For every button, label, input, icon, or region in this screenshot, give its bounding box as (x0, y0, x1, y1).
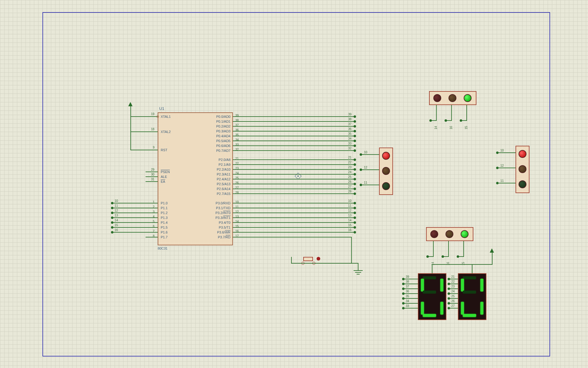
wire (242, 213, 354, 213)
seg-c (440, 302, 443, 315)
terminal[interactable] (111, 212, 113, 214)
wire (242, 208, 354, 208)
pin-label: P2.5/A13 (217, 182, 230, 186)
traffic-light-west[interactable] (379, 148, 393, 195)
stub (233, 145, 242, 146)
terminal[interactable] (354, 125, 356, 128)
traffic-light-south[interactable] (426, 227, 473, 241)
stub (233, 203, 242, 203)
terminal[interactable] (354, 178, 356, 180)
net-label: 27 (451, 304, 455, 308)
pin-label: P1.3 (161, 216, 168, 220)
terminal[interactable] (111, 226, 113, 229)
terminal[interactable] (460, 119, 462, 122)
wire (242, 193, 354, 194)
terminal[interactable] (354, 115, 356, 118)
net-label: 15 (462, 262, 465, 265)
terminal[interactable] (445, 119, 447, 122)
pin-label: P1.1 (161, 206, 168, 210)
terminal[interactable] (354, 130, 356, 132)
terminal[interactable] (111, 221, 113, 224)
terminal[interactable] (496, 152, 499, 154)
terminal[interactable] (354, 226, 356, 229)
terminal[interactable] (402, 283, 405, 285)
led-red (382, 152, 390, 160)
terminal[interactable] (448, 283, 450, 285)
seven-seg-right[interactable] (458, 273, 486, 320)
wire (112, 203, 146, 203)
terminal[interactable] (429, 119, 432, 122)
terminal[interactable] (402, 302, 405, 305)
terminal[interactable] (402, 307, 405, 309)
led-green (382, 182, 390, 190)
terminal[interactable] (354, 145, 356, 147)
wire (291, 263, 352, 264)
terminal[interactable] (354, 221, 356, 224)
terminal[interactable] (402, 278, 405, 280)
net-label: 34 (348, 137, 351, 140)
terminal[interactable] (402, 292, 405, 295)
terminal[interactable] (111, 231, 113, 233)
terminal[interactable] (426, 255, 429, 258)
terminal[interactable] (354, 163, 356, 166)
terminal[interactable] (354, 207, 356, 209)
seven-seg-left[interactable] (418, 273, 446, 320)
terminal[interactable] (448, 297, 450, 300)
terminal[interactable] (448, 302, 450, 305)
terminal[interactable] (354, 193, 356, 195)
net-label: 35 (348, 132, 351, 135)
terminal[interactable] (354, 216, 356, 219)
terminal[interactable] (496, 182, 499, 184)
net-label: 26 (348, 180, 351, 183)
terminal[interactable] (354, 135, 356, 137)
terminal[interactable] (354, 212, 356, 214)
net-label: 12 (348, 209, 351, 212)
terminal[interactable] (360, 169, 362, 171)
terminal[interactable] (496, 167, 499, 169)
terminal[interactable] (111, 207, 113, 209)
seg-b (480, 279, 483, 291)
wire (242, 169, 354, 170)
traffic-light-top[interactable] (429, 91, 476, 105)
terminal[interactable] (402, 297, 405, 300)
net-label: 16 (115, 228, 118, 232)
pin-label: P0.6/AD6 (216, 144, 230, 148)
stub (146, 150, 158, 150)
terminal[interactable] (354, 120, 356, 123)
terminal[interactable] (354, 188, 356, 190)
pin-label: P0.5/AD5 (216, 139, 230, 143)
net-label: 15 (465, 126, 468, 129)
terminal[interactable] (448, 292, 450, 295)
terminal[interactable] (457, 255, 459, 258)
seg-d (423, 314, 436, 317)
terminal[interactable] (354, 183, 356, 185)
terminal[interactable] (354, 149, 356, 152)
terminal[interactable] (354, 168, 356, 171)
net-label: 22 (451, 280, 455, 283)
traffic-light-east[interactable] (516, 146, 529, 193)
terminal[interactable] (448, 278, 450, 280)
terminal[interactable] (111, 202, 113, 204)
terminal[interactable] (442, 255, 444, 258)
net-label: 26 (451, 299, 455, 303)
wire (242, 131, 354, 131)
ground-bar (354, 270, 363, 271)
terminal[interactable] (354, 202, 356, 204)
terminal[interactable] (402, 288, 405, 290)
terminal[interactable] (354, 231, 356, 233)
button-actuator[interactable] (317, 257, 320, 261)
terminal[interactable] (111, 216, 113, 219)
wire (242, 126, 354, 127)
terminal[interactable] (448, 288, 450, 290)
terminal[interactable] (360, 153, 362, 156)
terminal[interactable] (360, 184, 362, 186)
terminal[interactable] (448, 307, 450, 309)
stub (233, 131, 242, 131)
pinno-9: 9 (153, 146, 155, 149)
terminal[interactable] (354, 173, 356, 175)
terminal[interactable] (354, 158, 356, 161)
terminal[interactable] (354, 140, 356, 142)
ground-bar (357, 274, 360, 274)
wire (242, 150, 354, 151)
push-button[interactable] (303, 257, 313, 261)
